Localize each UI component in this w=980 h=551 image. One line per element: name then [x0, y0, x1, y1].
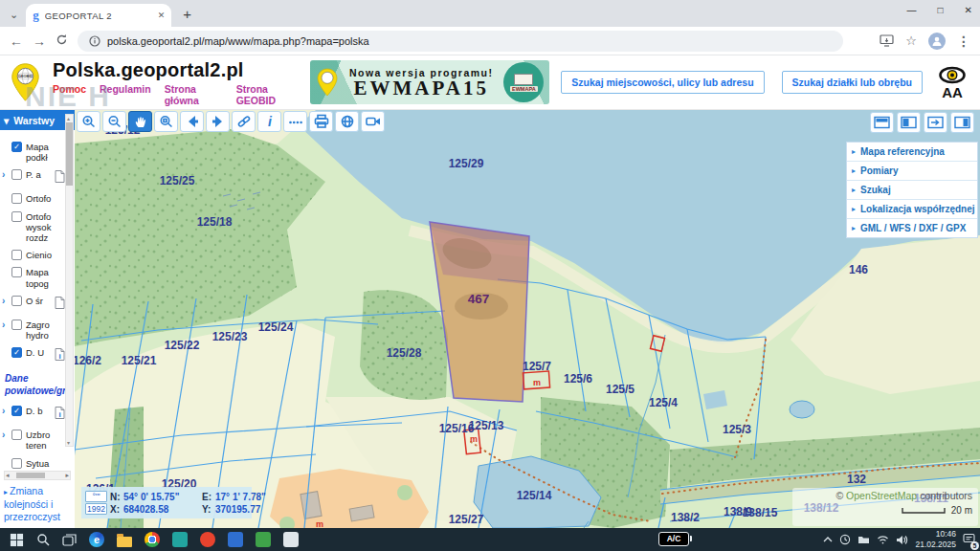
wifi-icon[interactable]	[877, 535, 889, 544]
window-close-button[interactable]: ✕	[965, 5, 972, 15]
camera-button[interactable]	[361, 111, 385, 132]
layer-checkbox[interactable]	[11, 458, 22, 469]
map-canvas[interactable]: 125/12125/25125/18125/29146125/28125/712…	[75, 110, 980, 528]
start-button[interactable]	[10, 533, 24, 547]
layer-checkbox[interactable]	[11, 250, 22, 260]
doc-info-icon[interactable]: i	[55, 347, 65, 364]
layers-panel-header[interactable]: ▾ Warstwy	[0, 110, 75, 130]
expand-icon[interactable]: ›	[2, 169, 11, 180]
layer-checkbox[interactable]	[11, 430, 22, 440]
new-tab-button[interactable]: +	[183, 6, 191, 22]
contrast-eye-icon[interactable]	[938, 66, 967, 84]
folder-tray-icon[interactable]	[858, 535, 870, 544]
taskbar-search-icon[interactable]	[36, 533, 50, 546]
tray-chevron-icon[interactable]	[823, 536, 833, 543]
browser-tab[interactable]: g GEOPORTAL 2 ✕	[26, 4, 171, 27]
expand-icon[interactable]: ›	[2, 296, 11, 306]
layer-checkbox[interactable]	[11, 211, 22, 222]
layer-checkbox[interactable]	[11, 267, 22, 277]
doc-icon[interactable]	[55, 169, 65, 187]
header-link[interactable]: Regulamin	[100, 83, 151, 106]
header-link[interactable]: Strona główna	[165, 83, 223, 106]
taskbar-app-chrome-icon[interactable]	[145, 532, 160, 547]
doc-icon[interactable]	[55, 296, 65, 313]
profile-avatar[interactable]	[928, 33, 946, 50]
volume-icon[interactable]	[896, 535, 908, 545]
panel-left-button[interactable]	[897, 112, 921, 133]
zoom-scale-button[interactable]	[154, 111, 178, 132]
globe-button[interactable]	[335, 111, 359, 132]
taskbar-app-green-icon[interactable]	[256, 532, 271, 547]
font-size-toggle[interactable]: AA	[942, 85, 963, 99]
window-maximize-button[interactable]: □	[938, 5, 944, 15]
layer-checkbox[interactable]: ✓	[11, 406, 22, 416]
back-button[interactable]	[180, 111, 204, 132]
task-view-icon[interactable]	[62, 534, 77, 546]
osm-link[interactable]: OpenStreetMap	[846, 490, 917, 501]
layer-checkbox[interactable]: ✓	[11, 347, 22, 358]
horizontal-scrollbar[interactable]: ◂ ▸	[4, 471, 71, 480]
send-to-device-icon[interactable]	[880, 34, 894, 47]
battery-indicator[interactable]: A/C	[658, 532, 689, 546]
menu-item-mapa-referencyjna[interactable]: ▸Mapa referencyjna	[847, 143, 977, 162]
layer-checkbox[interactable]	[11, 320, 22, 330]
clock[interactable]: 10:46 21.02.2025	[915, 529, 956, 549]
info-button[interactable]: i	[257, 111, 281, 132]
layer-checkbox[interactable]	[11, 296, 22, 306]
print-button[interactable]	[309, 111, 333, 132]
notification-center-icon[interactable]: 5	[963, 531, 975, 548]
measure-button[interactable]	[283, 111, 307, 132]
scrollbar-thumb[interactable]	[16, 473, 45, 478]
taskbar-app-light-icon[interactable]	[283, 532, 299, 547]
geobid-pin-icon	[316, 67, 339, 98]
forward-button[interactable]	[206, 111, 230, 132]
search-parcel-button[interactable]: Szukaj działki lub obrębu	[782, 71, 923, 94]
panel-top-button[interactable]	[870, 112, 894, 133]
vertical-scrollbar[interactable]: ▴ ▾	[65, 114, 74, 447]
ewmapa-banner[interactable]: Nowa wersja programu! EWMAPA15 EWMAPA	[310, 60, 549, 104]
header-link[interactable]: Strona GEOBID	[236, 83, 299, 106]
layer-checkbox[interactable]	[11, 169, 22, 180]
zoom-out-button[interactable]	[102, 111, 126, 132]
panel-expand-button[interactable]	[924, 112, 947, 133]
taskbar-app-red-icon[interactable]	[200, 532, 215, 547]
header-link[interactable]: Pomoc	[53, 83, 86, 106]
link-button[interactable]	[232, 111, 256, 132]
expand-icon[interactable]: ›	[2, 430, 11, 440]
menu-item-lokalizacja-wsp-rz-dnej[interactable]: ▸Lokalizacja współrzędnej	[847, 200, 977, 219]
tab-search-chevron-icon[interactable]: ⌄	[10, 9, 18, 21]
panel-right-button[interactable]	[950, 112, 974, 133]
menu-item-gml-wfs-dxf-gpx[interactable]: ▸GML / WFS / DXF / GPX	[847, 219, 977, 237]
taskbar-app-files-icon[interactable]	[117, 537, 132, 547]
taskbar-app-teal-icon[interactable]	[172, 532, 188, 547]
search-address-button[interactable]: Szukaj miejscowości, ulicy lub adresu	[561, 71, 764, 94]
crs-1992-button[interactable]: 1992	[85, 503, 107, 515]
menu-item-szukaj[interactable]: ▸Szukaj	[847, 181, 977, 200]
expand-icon[interactable]: ›	[2, 320, 11, 330]
pan-button[interactable]	[128, 111, 152, 132]
browser-tab-bar: ⌄ g GEOPORTAL 2 ✕ + — □ ✕	[0, 0, 980, 27]
clock-tray-icon[interactable]	[839, 534, 851, 545]
browser-forward-button[interactable]: →	[33, 33, 46, 49]
tab-close-icon[interactable]: ✕	[158, 11, 166, 20]
taskbar-app-edge-icon[interactable]: e	[89, 532, 104, 547]
window-minimize-button[interactable]: —	[907, 5, 917, 15]
menu-item-pomiary[interactable]: ▸Pomiary	[847, 162, 977, 181]
browser-menu-icon[interactable]: ⋮	[957, 33, 970, 49]
zoom-in-button[interactable]	[77, 111, 100, 132]
map-toolbar: i	[77, 111, 385, 132]
doc-info-icon[interactable]: i	[55, 406, 65, 423]
layer-checkbox[interactable]	[11, 193, 22, 204]
dms-format-button[interactable]: °'"	[85, 491, 107, 502]
layer-checkbox[interactable]: ✓	[11, 142, 22, 152]
scrollbar-thumb[interactable]	[66, 122, 73, 186]
bookmark-star-icon[interactable]: ☆	[905, 33, 917, 48]
taskbar-app-blue-icon[interactable]	[228, 532, 243, 547]
expand-icon[interactable]: ›	[2, 406, 11, 416]
browser-back-button[interactable]: ←	[10, 33, 23, 49]
collapse-caret-icon[interactable]: ▾	[4, 115, 9, 126]
layer-order-link[interactable]: ▸Zmiana kolejności i przezroczyst	[0, 480, 75, 528]
url-bar[interactable]: polska.geoportal2.pl/map/www/mapa.php?ma…	[78, 31, 843, 52]
site-info-icon[interactable]	[89, 35, 100, 47]
browser-reload-button[interactable]	[56, 33, 68, 49]
